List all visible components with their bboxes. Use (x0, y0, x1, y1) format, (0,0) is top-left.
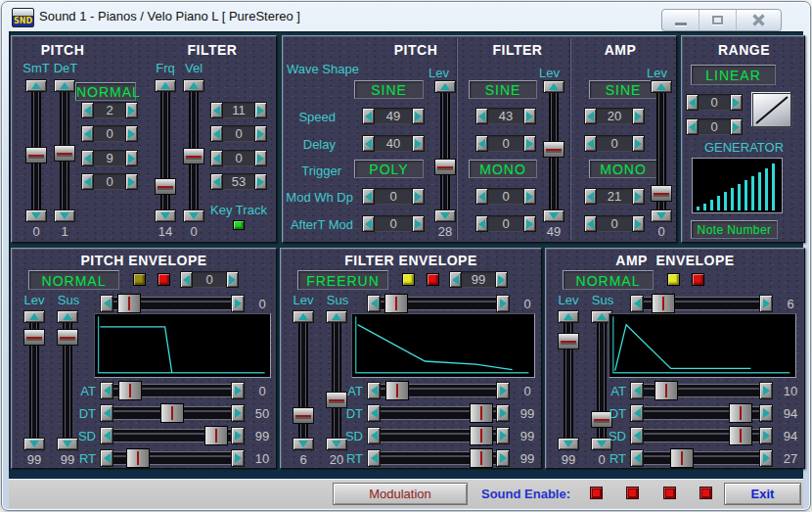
left-arrow-button[interactable] (367, 449, 381, 467)
up-arrow-button[interactable] (54, 79, 75, 92)
modulation-button[interactable]: Modulation (333, 483, 468, 505)
slider-track[interactable] (113, 406, 231, 420)
down-arrow-button[interactable] (543, 209, 564, 222)
right-arrow-button[interactable] (759, 427, 773, 444)
slider-track[interactable] (60, 92, 69, 209)
envelope-yellow-led[interactable] (402, 273, 415, 286)
envelope-yellow-led[interactable] (667, 273, 680, 286)
spin-right-button[interactable] (632, 135, 645, 152)
range-curve-button[interactable] (752, 93, 791, 127)
rt-slider[interactable] (630, 449, 773, 467)
spin-left-button[interactable] (81, 173, 94, 190)
spin-left-button[interactable] (210, 102, 223, 118)
left-arrow-button[interactable] (630, 449, 644, 467)
spin-left-button[interactable] (475, 215, 488, 232)
slider-handle[interactable] (385, 381, 409, 400)
right-arrow-button[interactable] (231, 427, 245, 444)
down-arrow-button[interactable] (25, 209, 47, 222)
slider-track[interactable] (644, 451, 759, 465)
pitch-mode-display[interactable]: NORMAL (75, 82, 136, 101)
right-arrow-button[interactable] (759, 382, 773, 399)
slider-track[interactable] (381, 384, 496, 397)
left-arrow-button[interactable] (100, 427, 113, 444)
lfo-filter-wave-display[interactable]: SINE (469, 80, 537, 99)
envelope-red-led[interactable] (427, 273, 439, 286)
slider-track[interactable] (381, 297, 496, 310)
down-arrow-button[interactable] (434, 209, 456, 222)
up-arrow-button[interactable] (57, 310, 78, 323)
slider-track[interactable] (644, 406, 759, 420)
left-arrow-button[interactable] (367, 404, 381, 422)
title-bar[interactable]: SND Sound 1 - Pianos / Velo Piano L [ Pu… (2, 2, 810, 31)
slider-track[interactable] (298, 323, 308, 438)
left-arrow-button[interactable] (630, 404, 644, 422)
up-arrow-button[interactable] (293, 310, 314, 323)
envelope-top-slider[interactable] (100, 295, 245, 312)
spin-right-button[interactable] (632, 215, 645, 232)
spin-left-button[interactable] (180, 271, 193, 288)
sound-enable-led-3[interactable] (663, 487, 676, 499)
lfo-filter-level-slider[interactable] (543, 80, 564, 222)
lfo-pitch-trigger-display[interactable]: POLY (354, 160, 424, 178)
left-arrow-button[interactable] (630, 427, 644, 444)
spin-right-button[interactable] (412, 215, 425, 232)
envelope-level-slider[interactable] (293, 310, 314, 450)
right-arrow-button[interactable] (496, 404, 510, 422)
up-arrow-button[interactable] (434, 80, 456, 93)
slider-track[interactable] (113, 384, 231, 397)
at-slider[interactable] (367, 382, 510, 399)
sd-slider[interactable] (100, 427, 245, 444)
rt-slider[interactable] (100, 449, 245, 467)
left-arrow-button[interactable] (367, 295, 381, 312)
spin-right-button[interactable] (523, 135, 536, 152)
left-arrow-button[interactable] (630, 382, 644, 399)
right-arrow-button[interactable] (496, 427, 510, 444)
up-arrow-button[interactable] (23, 310, 45, 323)
spin-left-button[interactable] (584, 188, 597, 205)
spin-right-button[interactable] (125, 173, 138, 190)
envelope-top-slider[interactable] (630, 295, 773, 312)
right-arrow-button[interactable] (759, 295, 773, 312)
spin-left-button[interactable] (686, 94, 699, 111)
up-arrow-button[interactable] (558, 310, 579, 323)
left-arrow-button[interactable] (367, 427, 381, 444)
spin-left-button[interactable] (362, 108, 375, 124)
slider-handle[interactable] (126, 448, 150, 468)
filter-envelope-mode-display[interactable]: FREERUN (297, 270, 388, 290)
right-arrow-button[interactable] (231, 295, 245, 312)
slider-handle[interactable] (160, 403, 184, 423)
rt-slider[interactable] (367, 449, 510, 467)
spin-right-button[interactable] (523, 188, 536, 205)
slider-handle[interactable] (183, 148, 204, 164)
slider-handle[interactable] (54, 145, 75, 162)
envelope-red-led[interactable] (692, 273, 704, 286)
right-arrow-button[interactable] (496, 382, 510, 399)
range-mode-display[interactable]: LINEAR (691, 65, 776, 85)
spin-right-button[interactable] (412, 135, 425, 152)
lfo-amp-wave-display[interactable]: SINE (589, 80, 657, 99)
spin-left-button[interactable] (362, 188, 375, 205)
slider-track[interactable] (381, 406, 496, 420)
slider-handle[interactable] (670, 448, 694, 468)
right-arrow-button[interactable] (231, 449, 245, 467)
sd-slider[interactable] (630, 427, 773, 444)
vel-slider[interactable] (183, 79, 204, 222)
slider-track[interactable] (644, 297, 759, 310)
close-button[interactable] (737, 10, 781, 30)
slider-track[interactable] (189, 92, 199, 209)
left-arrow-button[interactable] (630, 295, 644, 312)
right-arrow-button[interactable] (231, 404, 245, 422)
spin-right-button[interactable] (632, 108, 645, 124)
right-arrow-button[interactable] (231, 382, 245, 399)
slider-track[interactable] (160, 92, 170, 209)
up-arrow-button[interactable] (183, 79, 204, 92)
slider-handle[interactable] (57, 329, 78, 346)
sd-slider[interactable] (367, 427, 510, 444)
slider-track[interactable] (381, 429, 496, 442)
spin-left-button[interactable] (475, 188, 488, 205)
right-arrow-button[interactable] (759, 449, 773, 467)
left-arrow-button[interactable] (100, 449, 113, 467)
right-arrow-button[interactable] (759, 404, 773, 422)
down-arrow-button[interactable] (183, 209, 204, 222)
spin-left-button[interactable] (584, 215, 597, 232)
